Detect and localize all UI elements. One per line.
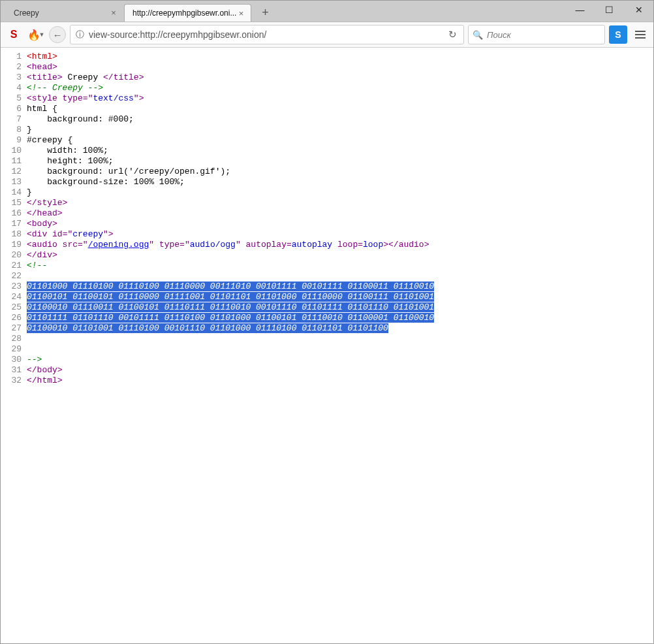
line-code[interactable]: --> — [27, 355, 653, 365]
source-line[interactable]: 2601101111 01101110 00101111 01110100 01… — [1, 313, 653, 323]
info-icon[interactable]: ⓘ — [74, 29, 85, 40]
line-code[interactable]: background: #000; — [27, 114, 653, 125]
line-code[interactable]: height: 100%; — [27, 156, 653, 167]
line-code[interactable]: #creepy { — [27, 135, 653, 146]
back-button[interactable]: ← — [49, 26, 66, 43]
line-code[interactable]: <!-- — [27, 261, 653, 271]
source-line[interactable]: 2301101000 01110100 01110100 01110000 00… — [1, 282, 653, 292]
minimize-button[interactable]: — — [565, 1, 595, 19]
line-number: 15 — [1, 198, 27, 208]
line-number: 20 — [1, 250, 27, 261]
source-line[interactable]: 6html { — [1, 104, 653, 114]
source-line[interactable]: 15</style> — [1, 198, 653, 208]
source-line[interactable]: 21<!-- — [1, 261, 653, 271]
line-code[interactable]: 01101000 01110100 01110100 01110000 0011… — [27, 282, 653, 292]
line-code[interactable]: <head> — [27, 62, 653, 72]
line-code[interactable]: </body> — [27, 365, 653, 376]
line-code[interactable]: <style type="text/css"> — [27, 93, 653, 104]
source-line[interactable]: 13 background-size: 100% 100%; — [1, 177, 653, 187]
source-line[interactable]: 20</div> — [1, 250, 653, 261]
search-icon: 🔍 — [473, 30, 483, 40]
source-line[interactable]: 8} — [1, 125, 653, 135]
view-source-content[interactable]: 1<html>2<head>3<title> Creepy </title>4<… — [1, 48, 653, 643]
line-code[interactable]: 01100010 01101001 01110100 00101110 0110… — [27, 323, 653, 334]
source-line[interactable]: 2<head> — [1, 62, 653, 72]
line-number: 14 — [1, 187, 27, 198]
maximize-button[interactable]: ☐ — [595, 1, 624, 19]
tab-view-source[interactable]: http://creepymhpgibsewr.oni... × — [124, 4, 251, 22]
source-line[interactable]: 32</html> — [1, 376, 653, 386]
source-line[interactable]: 2701100010 01101001 01110100 00101110 01… — [1, 323, 653, 334]
line-code[interactable]: <html> — [27, 52, 653, 62]
source-line[interactable]: 22 — [1, 271, 653, 282]
source-line[interactable]: 18<div id="creepy"> — [1, 229, 653, 240]
new-tab-button[interactable]: + — [256, 5, 274, 20]
titlebar: Creepy × http://creepymhpgibsewr.oni... … — [1, 1, 653, 22]
source-line[interactable]: 19<audio src="/opening.ogg" type="audio/… — [1, 240, 653, 250]
line-code[interactable]: <body> — [27, 219, 653, 229]
line-code[interactable]: </div> — [27, 250, 653, 261]
source-line[interactable]: 28 — [1, 334, 653, 344]
source-line[interactable]: 17<body> — [1, 219, 653, 229]
url-input[interactable] — [89, 29, 441, 40]
line-code[interactable]: </style> — [27, 198, 653, 208]
search-input[interactable] — [487, 30, 600, 40]
noscript-icon[interactable]: S — [5, 25, 23, 44]
line-code[interactable]: <title> Creepy </title> — [27, 72, 653, 83]
line-number: 25 — [1, 302, 27, 313]
line-number: 9 — [1, 135, 27, 146]
line-code[interactable]: background-size: 100% 100%; — [27, 177, 653, 187]
line-code[interactable]: width: 100%; — [27, 146, 653, 156]
source-line[interactable]: 14} — [1, 187, 653, 198]
source-line[interactable]: 31</body> — [1, 365, 653, 376]
source-line[interactable]: 10 width: 100%; — [1, 146, 653, 156]
line-code[interactable]: 01100101 01100101 01110000 01111001 0110… — [27, 292, 653, 302]
extension-s-icon[interactable]: S — [609, 25, 627, 44]
line-code[interactable]: </html> — [27, 376, 653, 386]
search-bar[interactable]: 🔍 — [468, 25, 605, 44]
line-code[interactable]: 01101111 01101110 00101111 01110100 0110… — [27, 313, 653, 323]
tab-label: http://creepymhpgibsewr.oni... — [130, 8, 236, 18]
line-number: 31 — [1, 365, 27, 376]
line-number: 22 — [1, 271, 27, 282]
reload-icon[interactable]: ↻ — [445, 27, 459, 42]
close-button[interactable]: ✕ — [624, 1, 653, 19]
line-number: 1 — [1, 52, 27, 62]
line-number: 7 — [1, 114, 27, 125]
source-line[interactable]: 29 — [1, 344, 653, 355]
line-code[interactable]: html { — [27, 104, 653, 114]
line-code[interactable]: 01100010 01110011 01100101 01110111 0111… — [27, 302, 653, 313]
tab-creepy[interactable]: Creepy × — [6, 4, 123, 22]
line-number: 32 — [1, 376, 27, 386]
menu-button[interactable] — [631, 25, 649, 44]
source-line[interactable]: 11 height: 100%; — [1, 156, 653, 167]
url-bar[interactable]: ⓘ ↻ — [70, 25, 464, 44]
addon-icon[interactable]: 🔥▼ — [27, 25, 45, 44]
close-icon[interactable]: × — [109, 8, 118, 18]
line-code[interactable]: background: url('/creepy/open.gif'); — [27, 167, 653, 177]
line-number: 12 — [1, 167, 27, 177]
source-line[interactable]: 1<html> — [1, 52, 653, 62]
source-line[interactable]: 30--> — [1, 355, 653, 365]
line-code[interactable]: } — [27, 187, 653, 198]
source-line[interactable]: 5<style type="text/css"> — [1, 93, 653, 104]
line-number: 28 — [1, 334, 27, 344]
line-code[interactable]: } — [27, 125, 653, 135]
line-number: 10 — [1, 146, 27, 156]
source-line[interactable]: 3<title> Creepy </title> — [1, 72, 653, 83]
source-line[interactable]: 16</head> — [1, 208, 653, 219]
source-line[interactable]: 12 background: url('/creepy/open.gif'); — [1, 167, 653, 177]
source-line[interactable]: 9#creepy { — [1, 135, 653, 146]
line-number: 26 — [1, 313, 27, 323]
source-line[interactable]: 2401100101 01100101 01110000 01111001 01… — [1, 292, 653, 302]
line-code[interactable]: <audio src="/opening.ogg" type="audio/og… — [27, 240, 653, 250]
line-code[interactable]: <div id="creepy"> — [27, 229, 653, 240]
source-line[interactable]: 4<!-- Creepy --> — [1, 83, 653, 93]
line-number: 11 — [1, 156, 27, 167]
source-line[interactable]: 7 background: #000; — [1, 114, 653, 125]
close-icon[interactable]: × — [236, 8, 245, 18]
source-line[interactable]: 2501100010 01110011 01100101 01110111 01… — [1, 302, 653, 313]
line-code[interactable]: </head> — [27, 208, 653, 219]
line-code[interactable]: <!-- Creepy --> — [27, 83, 653, 93]
line-number: 27 — [1, 323, 27, 334]
